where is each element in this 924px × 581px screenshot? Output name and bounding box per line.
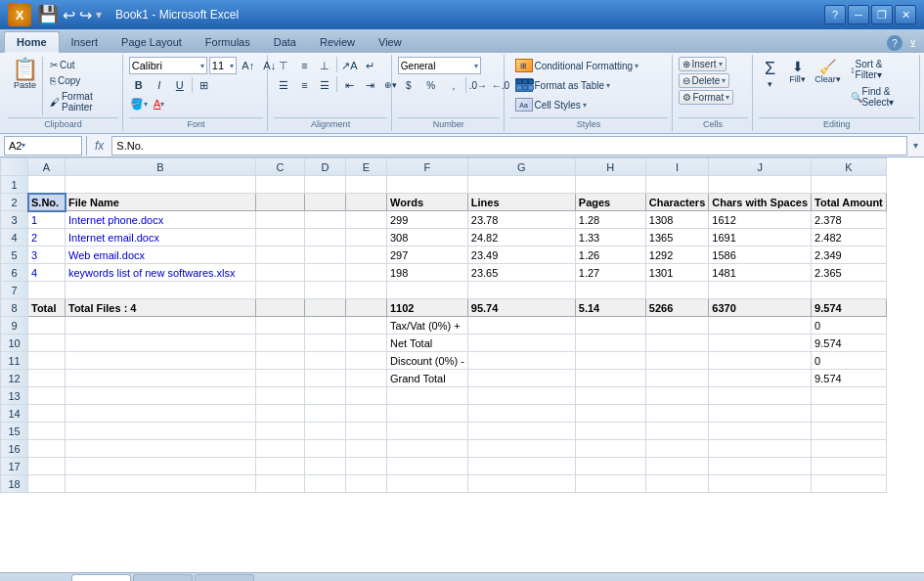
list-item[interactable]: [28, 405, 66, 423]
list-item[interactable]: 297: [387, 246, 468, 264]
list-item[interactable]: [305, 440, 346, 458]
list-item[interactable]: [256, 440, 305, 458]
list-item[interactable]: [645, 458, 708, 475]
list-item[interactable]: [467, 176, 575, 194]
help-ribbon-btn[interactable]: ?: [887, 35, 902, 51]
list-item[interactable]: [28, 387, 66, 405]
list-item[interactable]: [812, 440, 887, 458]
list-item[interactable]: [709, 317, 812, 335]
list-item[interactable]: [812, 475, 887, 493]
list-item[interactable]: [346, 440, 387, 458]
list-item[interactable]: [346, 352, 387, 370]
list-item[interactable]: [467, 370, 575, 387]
list-item[interactable]: [66, 387, 256, 405]
list-item[interactable]: [28, 458, 66, 475]
decrease-indent-button[interactable]: ⇤: [339, 76, 359, 94]
close-btn[interactable]: ✕: [895, 5, 916, 24]
list-item[interactable]: [346, 282, 387, 299]
list-item[interactable]: [467, 317, 575, 335]
list-item[interactable]: [812, 176, 887, 194]
list-item[interactable]: [305, 264, 346, 282]
list-item[interactable]: 1: [28, 211, 66, 229]
col-e-header[interactable]: E: [346, 158, 387, 176]
list-item[interactable]: [575, 176, 645, 194]
list-item[interactable]: 5266: [645, 299, 708, 317]
list-item[interactable]: [467, 475, 575, 493]
list-item[interactable]: [575, 352, 645, 370]
list-item[interactable]: [256, 264, 305, 282]
row-header-17[interactable]: 17: [1, 458, 28, 475]
list-item[interactable]: [305, 370, 346, 387]
formula-input[interactable]: [111, 136, 907, 156]
list-item[interactable]: 1.26: [575, 246, 645, 264]
list-item[interactable]: 9.574: [812, 370, 887, 387]
sort-filter-button[interactable]: ↕Sort & Filter▾: [847, 57, 915, 82]
tab-formulas[interactable]: Formulas: [194, 31, 262, 53]
delete-cells-button[interactable]: ⊖ Delete ▾: [679, 73, 730, 88]
list-item[interactable]: [305, 335, 346, 352]
italic-button[interactable]: I: [150, 76, 169, 94]
list-item[interactable]: [709, 405, 812, 423]
list-item[interactable]: [256, 246, 305, 264]
col-f-header[interactable]: F: [387, 158, 468, 176]
tab-insert[interactable]: Insert: [60, 31, 110, 53]
bold-button[interactable]: B: [129, 76, 149, 94]
tab-review[interactable]: Review: [308, 31, 367, 53]
list-item[interactable]: [66, 352, 256, 370]
font-size-dropdown[interactable]: 11 ▾: [209, 57, 237, 74]
list-item[interactable]: [346, 229, 387, 246]
list-item[interactable]: [256, 176, 305, 194]
ribbon-collapse-btn[interactable]: ⊻: [904, 35, 920, 51]
sheet-tab-2[interactable]: Sheet2: [133, 574, 193, 581]
list-item[interactable]: [305, 299, 346, 317]
list-item[interactable]: [305, 475, 346, 493]
list-item[interactable]: [575, 317, 645, 335]
row-header-14[interactable]: 14: [1, 405, 28, 423]
list-item[interactable]: [645, 405, 708, 423]
list-item[interactable]: [575, 405, 645, 423]
list-item[interactable]: 0: [812, 352, 887, 370]
conditional-formatting-button[interactable]: ⊞ Conditional Formatting ▾: [510, 57, 644, 74]
list-item[interactable]: [709, 176, 812, 194]
row-header-10[interactable]: 10: [1, 335, 28, 352]
formula-expand-btn[interactable]: ▾: [911, 140, 920, 151]
list-item[interactable]: [346, 176, 387, 194]
list-item[interactable]: 308: [387, 229, 468, 246]
list-item[interactable]: 2.365: [812, 264, 887, 282]
list-item[interactable]: [28, 335, 66, 352]
list-item[interactable]: [346, 387, 387, 405]
list-item[interactable]: 23.78: [467, 211, 575, 229]
row-header-8[interactable]: 8: [1, 299, 28, 317]
list-item[interactable]: 9.574: [812, 299, 887, 317]
align-bottom-button[interactable]: ⊥: [315, 57, 334, 74]
list-item[interactable]: [387, 282, 468, 299]
list-item[interactable]: Chars with Spaces: [709, 194, 812, 211]
list-item[interactable]: 6370: [709, 299, 812, 317]
number-format-dropdown[interactable]: General ▾: [398, 57, 481, 74]
list-item[interactable]: [305, 229, 346, 246]
row-header-13[interactable]: 13: [1, 387, 28, 405]
list-item[interactable]: [575, 423, 645, 440]
list-item[interactable]: File Name: [66, 194, 256, 211]
border-button[interactable]: ⊞: [195, 76, 214, 94]
list-item[interactable]: [645, 176, 708, 194]
list-item[interactable]: [645, 335, 708, 352]
list-item[interactable]: Internet email.docx: [66, 229, 256, 246]
list-item[interactable]: 24.82: [467, 229, 575, 246]
list-item[interactable]: [387, 423, 468, 440]
list-item[interactable]: [28, 282, 66, 299]
row-header-9[interactable]: 9: [1, 317, 28, 335]
list-item[interactable]: [575, 370, 645, 387]
list-item[interactable]: Words: [387, 194, 468, 211]
align-top-button[interactable]: ⊤: [274, 57, 293, 74]
list-item[interactable]: 23.49: [467, 246, 575, 264]
list-item[interactable]: [66, 370, 256, 387]
list-item[interactable]: [256, 335, 305, 352]
list-item[interactable]: [575, 387, 645, 405]
list-item[interactable]: [346, 317, 387, 335]
list-item[interactable]: 198: [387, 264, 468, 282]
list-item[interactable]: Characters: [645, 194, 708, 211]
col-c-header[interactable]: C: [256, 158, 305, 176]
copy-button[interactable]: ⎘Copy: [46, 73, 117, 88]
format-as-table-button[interactable]: Format as Table ▾: [510, 76, 616, 94]
